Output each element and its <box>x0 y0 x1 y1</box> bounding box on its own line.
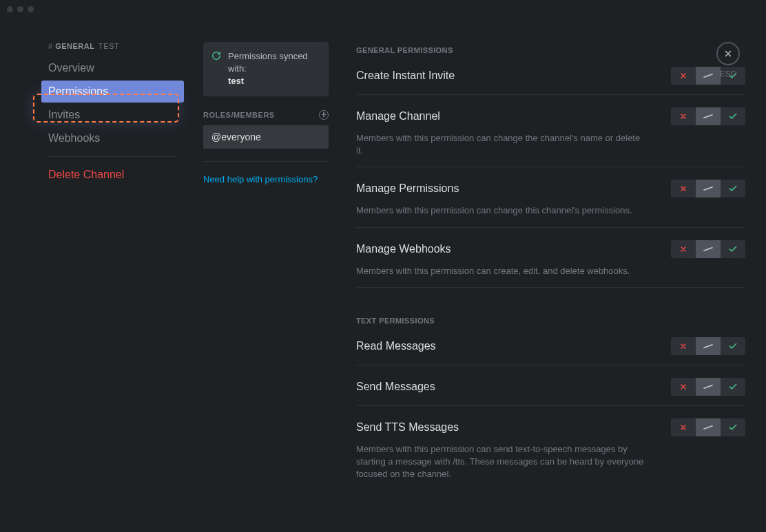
perm-allow-button[interactable] <box>721 418 745 436</box>
window-dot-minimize[interactable] <box>17 6 23 12</box>
perm-allow-button[interactable] <box>721 180 745 198</box>
perm-description: Members with this permission can send te… <box>356 443 645 481</box>
slash-icon <box>703 187 713 191</box>
sync-label: Permissions synced with: <box>228 51 308 74</box>
permissions-panel: GENERAL PERMISSIONS Create Instant Invit… <box>342 18 766 532</box>
perm-allow-button[interactable] <box>721 240 745 258</box>
slash-icon <box>703 425 713 429</box>
perm-title: Manage Webhooks <box>356 243 451 255</box>
section-text-permissions: TEXT PERMISSIONS <box>356 317 745 325</box>
sidebar-channel-header: # GENERAL TEST <box>0 42 189 57</box>
channel-suffix: TEST <box>99 42 119 50</box>
perm-title: Send TTS Messages <box>356 421 459 434</box>
esc-label: ESC <box>716 70 740 78</box>
slash-icon <box>703 246 713 251</box>
perm-allow-button[interactable] <box>721 378 745 396</box>
channel-name: GENERAL <box>55 42 94 50</box>
perm-title: Create Instant Invite <box>356 70 455 82</box>
perm-create-instant-invite: Create Instant Invite <box>356 67 745 95</box>
perm-deny-button[interactable] <box>671 240 696 258</box>
roles-divider <box>203 161 329 162</box>
perm-passthrough-button[interactable] <box>696 418 721 436</box>
perm-passthrough-button[interactable] <box>696 107 721 125</box>
add-role-icon[interactable] <box>319 110 329 120</box>
perm-deny-button[interactable] <box>671 378 696 396</box>
slash-icon <box>703 114 713 119</box>
perm-description: Members with this permission can create,… <box>356 265 645 277</box>
perm-deny-button[interactable] <box>671 67 696 85</box>
perm-manage-channel: Manage Channel Members with this permiss… <box>356 107 745 167</box>
sync-icon <box>211 51 221 88</box>
sidebar-item-invites[interactable]: Invites <box>41 104 184 126</box>
perm-manage-webhooks: Manage Webhooks Members with this permis… <box>356 240 745 288</box>
perm-toggle <box>671 240 745 258</box>
perm-send-messages: Send Messages <box>356 378 745 406</box>
roles-column: Permissions synced with: test ROLES/MEMB… <box>189 18 342 532</box>
perm-description: Members with this permission can change … <box>356 132 645 157</box>
window-dot-zoom[interactable] <box>28 6 34 12</box>
close-button[interactable] <box>716 42 740 65</box>
perm-deny-button[interactable] <box>671 418 696 436</box>
sidebar-divider <box>48 156 176 157</box>
perm-description: Members with this permission can change … <box>356 204 645 217</box>
perm-toggle <box>671 378 745 396</box>
perm-passthrough-button[interactable] <box>696 337 721 355</box>
role-item-everyone[interactable]: @everyone <box>203 125 329 149</box>
sidebar-item-permissions[interactable]: Permissions <box>41 81 184 103</box>
window-titlebar <box>0 0 766 18</box>
sync-role-name: test <box>228 76 244 86</box>
perm-title: Send Messages <box>356 381 435 393</box>
slash-icon <box>703 343 713 348</box>
section-general-permissions: GENERAL PERMISSIONS <box>356 46 745 54</box>
perm-toggle <box>671 337 745 355</box>
perm-toggle <box>671 418 745 436</box>
slash-icon <box>703 74 713 78</box>
perm-toggle <box>671 107 745 125</box>
perm-deny-button[interactable] <box>671 107 696 125</box>
sidebar-item-overview[interactable]: Overview <box>41 57 184 79</box>
perm-title: Read Messages <box>356 340 436 352</box>
perm-deny-button[interactable] <box>671 180 696 198</box>
perm-read-messages: Read Messages <box>356 337 745 365</box>
perm-send-tts-messages: Send TTS Messages Members with this perm… <box>356 418 745 491</box>
permissions-help-link[interactable]: Need help with permissions? <box>203 174 329 184</box>
close-icon <box>723 49 733 58</box>
perm-passthrough-button[interactable] <box>696 378 721 396</box>
close-settings-wrap: ESC <box>716 42 740 78</box>
perm-title: Manage Permissions <box>356 182 459 195</box>
slash-icon <box>703 384 713 389</box>
permissions-sync-box: Permissions synced with: test <box>203 42 329 96</box>
sidebar-item-webhooks[interactable]: Webhooks <box>41 127 184 149</box>
perm-allow-button[interactable] <box>721 337 745 355</box>
perm-deny-button[interactable] <box>671 337 696 355</box>
perm-manage-permissions: Manage Permissions Members with this per… <box>356 180 745 227</box>
perm-toggle <box>671 180 745 198</box>
sidebar-item-delete-channel[interactable]: Delete Channel <box>41 164 184 186</box>
perm-title: Manage Channel <box>356 110 440 123</box>
perm-passthrough-button[interactable] <box>696 180 721 198</box>
roles-members-header: ROLES/MEMBERS <box>203 111 275 119</box>
channel-hash-icon: # <box>48 42 53 50</box>
perm-passthrough-button[interactable] <box>696 240 721 258</box>
window-dot-close[interactable] <box>7 6 13 12</box>
settings-sidebar: # GENERAL TEST Overview Permissions Invi… <box>0 18 189 532</box>
perm-allow-button[interactable] <box>721 107 745 125</box>
